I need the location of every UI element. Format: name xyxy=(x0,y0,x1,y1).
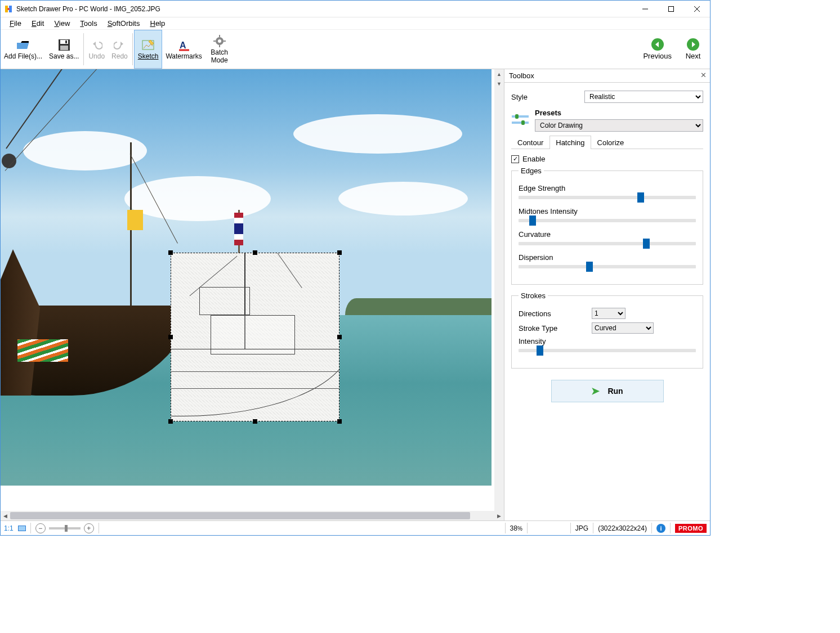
svg-rect-18 xyxy=(213,41,216,42)
enable-label: Enable xyxy=(522,155,545,163)
selection-rectangle[interactable] xyxy=(171,253,339,421)
toolbox-close-icon[interactable]: ✕ xyxy=(700,71,707,79)
undo-icon xyxy=(90,38,104,52)
previous-button[interactable]: Previous xyxy=(638,30,676,69)
svg-point-2 xyxy=(7,8,10,10)
run-button[interactable]: ➤ Run xyxy=(551,380,664,402)
zoom-out-button[interactable]: − xyxy=(35,523,46,533)
svg-rect-22 xyxy=(515,114,519,119)
scroll-left-button[interactable]: ◀ xyxy=(1,511,10,520)
toolbox-tabs: Contour Hatching Colorize xyxy=(511,135,703,149)
menu-file[interactable]: File xyxy=(5,18,26,29)
svg-rect-16 xyxy=(219,35,220,37)
menu-help[interactable]: Help xyxy=(145,18,169,29)
zoom-percent: 38% xyxy=(510,524,522,532)
window-title: Sketch Drawer Pro - PC World - IMG_2052.… xyxy=(16,5,160,13)
run-label: Run xyxy=(607,387,623,396)
midtones-slider[interactable] xyxy=(519,219,696,222)
previous-label: Previous xyxy=(643,52,672,60)
tab-contour[interactable]: Contour xyxy=(511,136,549,149)
stroke-type-select[interactable]: Curved xyxy=(592,322,654,334)
undo-button[interactable]: Undo xyxy=(85,30,108,69)
presets-icon xyxy=(511,113,529,128)
next-icon xyxy=(687,38,699,51)
menu-bar: File Edit View Tools SoftOrbits Help xyxy=(1,17,710,30)
watermarks-icon: A xyxy=(177,38,191,52)
watermarks-button[interactable]: A Watermarks xyxy=(162,30,205,69)
strokes-legend: Strokes xyxy=(519,291,548,300)
svg-rect-10 xyxy=(65,41,67,43)
enable-checkbox[interactable]: ✓ xyxy=(511,155,519,163)
promo-badge[interactable]: PROMO xyxy=(675,524,707,533)
dispersion-slider[interactable] xyxy=(519,265,696,268)
fit-icon[interactable] xyxy=(18,526,26,531)
menu-tools[interactable]: Tools xyxy=(75,18,101,29)
svg-point-15 xyxy=(218,39,221,43)
horizontal-scrollbar[interactable]: ◀ ▶ xyxy=(1,511,504,520)
folder-open-icon xyxy=(16,38,30,52)
add-files-label: Add File(s)... xyxy=(4,53,42,61)
dimensions-label: (3022x3022x24) xyxy=(598,524,647,532)
edge-strength-slider[interactable] xyxy=(519,196,696,199)
midtones-label: Midtones Intensity xyxy=(519,207,696,216)
info-icon[interactable]: i xyxy=(656,524,665,533)
directions-select[interactable]: 1 xyxy=(592,308,625,319)
vertical-scrollbar[interactable]: ▲ ▼ xyxy=(494,69,504,511)
redo-button[interactable]: Redo xyxy=(108,30,131,69)
svg-rect-4 xyxy=(669,6,674,11)
menu-view[interactable]: View xyxy=(50,18,74,29)
presets-label: Presets xyxy=(535,109,703,117)
style-select[interactable]: Realistic xyxy=(584,91,703,103)
scroll-up-button[interactable]: ▲ xyxy=(494,69,504,79)
minimize-button[interactable] xyxy=(632,1,658,17)
save-icon xyxy=(57,38,71,52)
zoom-ratio-label[interactable]: 1:1 xyxy=(4,524,14,532)
svg-text:A: A xyxy=(180,41,186,50)
tab-colorize[interactable]: Colorize xyxy=(591,136,631,149)
sketch-button[interactable]: Sketch xyxy=(134,30,163,69)
close-button[interactable] xyxy=(684,1,710,17)
redo-label: Redo xyxy=(111,53,128,61)
scroll-down-button[interactable]: ▼ xyxy=(494,79,504,88)
add-files-button[interactable]: Add File(s)... xyxy=(1,30,46,69)
batch-mode-button[interactable]: BatchMode xyxy=(205,30,234,69)
edges-legend: Edges xyxy=(519,167,544,175)
svg-rect-21 xyxy=(512,122,529,124)
toolbar: Add File(s)... Save as... Undo Redo Sket… xyxy=(1,30,710,69)
toolbox-panel: Toolbox ✕ Style Realistic Presets xyxy=(504,69,710,520)
intensity-label: Intensity xyxy=(519,337,696,345)
svg-rect-19 xyxy=(224,41,226,42)
previous-icon xyxy=(651,38,664,51)
curvature-slider[interactable] xyxy=(519,242,696,245)
title-bar: Sketch Drawer Pro - PC World - IMG_2052.… xyxy=(1,1,710,17)
svg-rect-17 xyxy=(219,45,220,47)
image-canvas[interactable] xyxy=(1,69,494,511)
stroke-type-label: Stroke Type xyxy=(519,324,586,333)
save-as-button[interactable]: Save as... xyxy=(46,30,82,69)
redo-icon xyxy=(113,38,126,52)
svg-rect-9 xyxy=(60,46,68,50)
svg-rect-20 xyxy=(512,115,529,118)
intensity-slider[interactable] xyxy=(519,349,696,352)
status-bar: 1:1 − + 38% JPG (3022x3022x24) i PROMO xyxy=(1,520,710,535)
zoom-in-button[interactable]: + xyxy=(84,523,94,533)
save-as-label: Save as... xyxy=(49,53,79,61)
presets-select[interactable]: Color Drawing xyxy=(535,119,703,132)
menu-softorbits[interactable]: SoftOrbits xyxy=(103,18,145,29)
scroll-right-button[interactable]: ▶ xyxy=(494,511,504,520)
sketch-icon xyxy=(141,38,155,52)
zoom-slider[interactable] xyxy=(49,527,81,529)
edges-group: Edges Edge Strength Midtones Intensity C… xyxy=(511,167,703,285)
gear-icon xyxy=(213,34,226,48)
menu-edit[interactable]: Edit xyxy=(27,18,48,29)
next-label: Next xyxy=(686,52,701,60)
hscroll-thumb[interactable] xyxy=(10,512,470,519)
app-icon xyxy=(4,5,13,14)
tab-hatching[interactable]: Hatching xyxy=(549,136,591,149)
strokes-group: Strokes Directions 1 Stroke Type Curved … xyxy=(511,291,703,369)
batch-mode-label: BatchMode xyxy=(211,49,228,65)
maximize-button[interactable] xyxy=(658,1,684,17)
next-button[interactable]: Next xyxy=(676,30,710,69)
undo-label: Undo xyxy=(88,53,105,61)
watermarks-label: Watermarks xyxy=(166,53,202,61)
